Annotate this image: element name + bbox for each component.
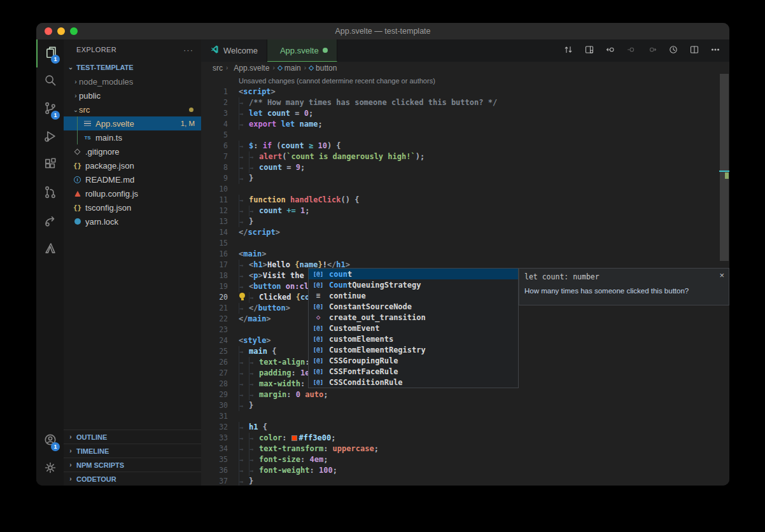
folder-item[interactable]: ⌄src bbox=[64, 102, 201, 116]
line-number: 35 bbox=[201, 454, 228, 465]
json-file-icon: {} bbox=[73, 204, 82, 212]
code-line[interactable]: 29→→margin: 0 auto; bbox=[201, 389, 729, 400]
suggest-item[interactable]: ◇create_out_transition bbox=[309, 312, 518, 323]
more-actions-icon[interactable] bbox=[710, 45, 720, 57]
section-label: OUTLINE bbox=[76, 433, 107, 441]
code-line[interactable]: 12→→count += 1; bbox=[201, 206, 729, 216]
code-line[interactable]: 30→} bbox=[201, 400, 729, 411]
file-item[interactable]: App.svelte1, M bbox=[64, 116, 201, 130]
chevron-down-icon: ⌄ bbox=[67, 64, 74, 71]
activity-item-extensions[interactable] bbox=[36, 151, 64, 179]
breadcrumb-item-button[interactable]: button bbox=[309, 64, 337, 73]
file-item[interactable]: {}package.json bbox=[64, 158, 201, 172]
back-circle-icon[interactable] bbox=[605, 45, 615, 57]
suggest-item[interactable]: [@]CustomElementRegistry bbox=[309, 344, 518, 355]
code-line[interactable]: 36→→font-weight: 100; bbox=[201, 465, 729, 476]
line-number: 12 bbox=[201, 206, 228, 216]
code-line[interactable]: 6→$: if (count ≥ 10) { bbox=[201, 141, 729, 151]
code-line[interactable]: 34→→text-transform: uppercase; bbox=[201, 444, 729, 454]
suggest-item[interactable]: ≡continue bbox=[309, 290, 518, 301]
open-preview-icon[interactable] bbox=[584, 45, 594, 57]
file-item[interactable]: {}tsconfig.json bbox=[64, 200, 201, 214]
suggest-item[interactable]: [@]customElements bbox=[309, 333, 518, 344]
suggest-label: CSSGroupingRule bbox=[329, 356, 398, 365]
overview-ruler-modified-mark bbox=[725, 172, 729, 179]
code-line[interactable]: 31 bbox=[201, 411, 729, 422]
folder-item[interactable]: ›public bbox=[64, 88, 201, 102]
suggest-item[interactable]: [@]CSSFontFaceRule bbox=[309, 366, 518, 377]
code-line[interactable]: 35→→font-size: 4em; bbox=[201, 454, 729, 465]
suggest-item[interactable]: [@]CustomEvent bbox=[309, 323, 518, 333]
code-line[interactable]: 14</script> bbox=[201, 227, 729, 238]
code-line[interactable]: 13→} bbox=[201, 216, 729, 227]
breadcrumb-item-main[interactable]: main bbox=[278, 64, 301, 73]
split-editor-icon[interactable] bbox=[689, 45, 699, 57]
file-item[interactable]: .gitignore bbox=[64, 144, 201, 158]
code-line[interactable]: 8→→count = 9; bbox=[201, 162, 729, 173]
breadcrumb-item-src[interactable]: src bbox=[213, 64, 223, 73]
code-line[interactable]: 3→let count = 0; bbox=[201, 108, 729, 119]
code-line[interactable]: 32→h1 { bbox=[201, 422, 729, 433]
suggest-item[interactable]: [@]CSSConditionRule bbox=[309, 377, 518, 388]
modified-dot bbox=[189, 108, 193, 112]
breadcrumb-item-app-svelte[interactable]: App.svelte bbox=[231, 64, 269, 73]
tab-welcome[interactable]: Welcome bbox=[201, 39, 267, 62]
sidebar-section-timeline[interactable]: ›TIMELINE bbox=[64, 444, 201, 458]
activity-item-search[interactable] bbox=[36, 67, 64, 95]
activity-bar: 11 1 bbox=[36, 39, 64, 486]
code-line[interactable]: 9→} bbox=[201, 173, 729, 184]
close-icon[interactable]: × bbox=[719, 270, 724, 280]
code-line[interactable]: 4→export let name; bbox=[201, 119, 729, 130]
timeline-icon[interactable] bbox=[668, 45, 678, 57]
suggest-item[interactable]: [@]CSSGroupingRule bbox=[309, 355, 518, 366]
file-item[interactable]: yarn.lock bbox=[64, 214, 201, 228]
sidebar-section-outline[interactable]: ›OUTLINE bbox=[64, 430, 201, 444]
git-compare-icon[interactable] bbox=[563, 45, 573, 57]
suggest-item[interactable]: [@]ConstantSourceNode bbox=[309, 301, 518, 312]
code-line[interactable]: 2→/** How many times has someone clicked… bbox=[201, 97, 729, 108]
code-line[interactable]: 10 bbox=[201, 184, 729, 195]
folder-item[interactable]: ›node_modules bbox=[64, 74, 201, 88]
activity-item-accounts[interactable]: 1 bbox=[36, 427, 64, 455]
activity-item-azure[interactable] bbox=[36, 235, 64, 263]
sidebar-section-npm-scripts[interactable]: ›NPM SCRIPTS bbox=[64, 458, 201, 472]
minimize-window-button[interactable] bbox=[57, 27, 65, 35]
activity-item-live-share[interactable] bbox=[36, 207, 64, 235]
code-line[interactable]: 37→} bbox=[201, 476, 729, 486]
file-item[interactable]: iREADME.md bbox=[64, 172, 201, 186]
activity-item-settings[interactable] bbox=[36, 455, 64, 483]
code-line[interactable]: 1<script> bbox=[201, 87, 729, 97]
line-content: →$: if (count ≥ 10) { bbox=[239, 141, 341, 151]
file-item[interactable]: rollup.config.js bbox=[64, 186, 201, 200]
close-window-button[interactable] bbox=[45, 27, 52, 35]
project-section-header[interactable]: ⌄ TEST-TEMPLATE bbox=[64, 60, 201, 74]
code-line[interactable]: 15 bbox=[201, 238, 729, 249]
activity-item-explorer[interactable]: 1 bbox=[36, 39, 64, 67]
vscode-logo-icon bbox=[210, 45, 220, 57]
code-line[interactable]: 16<main> bbox=[201, 249, 729, 260]
code-line[interactable]: 33→→color: #ff3e00; bbox=[201, 433, 729, 444]
suggest-label: ConstantSourceNode bbox=[329, 302, 412, 311]
suggest-item[interactable]: [@]CountQueuingStrategy bbox=[309, 279, 518, 290]
next-change-icon bbox=[647, 45, 657, 57]
activity-item-github-pull-requests[interactable] bbox=[36, 179, 64, 207]
suggest-label: CSSConditionRule bbox=[329, 378, 403, 387]
suggest-docs-panel: let count: number How many times has som… bbox=[519, 268, 729, 305]
code-line[interactable]: Unsaved changes (cannot determine recent… bbox=[201, 76, 729, 87]
zoom-window-button[interactable] bbox=[70, 27, 78, 35]
file-item[interactable]: TSmain.ts bbox=[64, 130, 201, 144]
code-line[interactable]: 5 bbox=[201, 130, 729, 141]
pull-request-icon bbox=[43, 185, 57, 202]
activity-item-source-control[interactable]: 1 bbox=[36, 95, 64, 123]
sidebar-section-codetour[interactable]: ›CODETOUR bbox=[64, 472, 201, 486]
suggest-label: CustomEvent bbox=[329, 324, 379, 333]
vscode-window: App.svelte — test-template 11 1 EXPLORER… bbox=[36, 23, 729, 486]
color-swatch bbox=[291, 435, 297, 441]
tab-app-svelte[interactable]: App.svelte bbox=[267, 39, 337, 62]
more-actions-icon[interactable]: ··· bbox=[183, 45, 193, 55]
suggest-item[interactable]: [@]count bbox=[309, 269, 518, 279]
code-line[interactable]: 7→→alert(`count is dangerously high!`); bbox=[201, 151, 729, 162]
code-line[interactable]: 11→function handleClick() { bbox=[201, 195, 729, 206]
activity-item-run-debug[interactable] bbox=[36, 123, 64, 151]
scrollbar-thumb[interactable] bbox=[720, 74, 729, 261]
